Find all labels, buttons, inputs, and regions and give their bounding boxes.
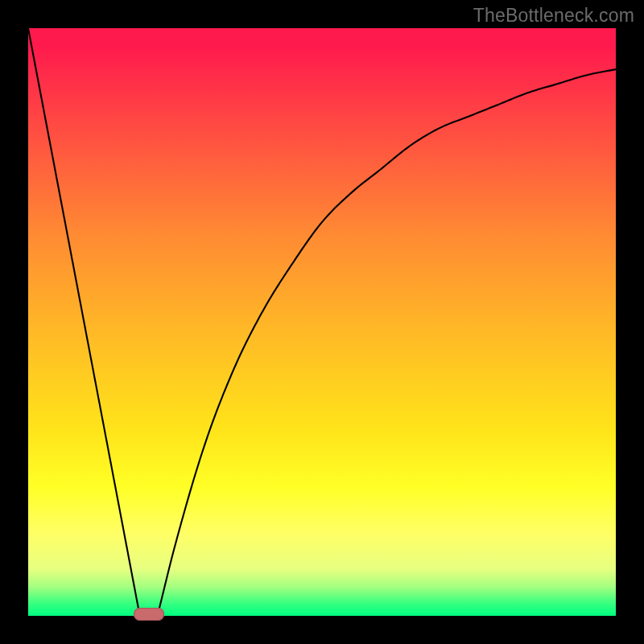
plot-area <box>28 28 616 616</box>
curve-layer <box>28 28 616 616</box>
chart-frame: TheBottleneck.com <box>0 0 644 644</box>
curve-right <box>158 69 616 616</box>
watermark-text: TheBottleneck.com <box>473 5 634 27</box>
curve-left <box>28 28 140 616</box>
